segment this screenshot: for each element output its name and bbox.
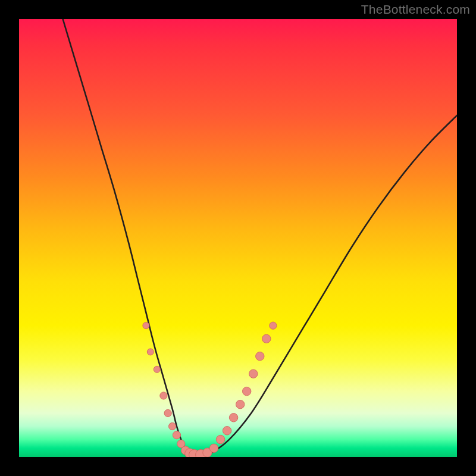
chart-stage: TheBottleneck.com (0, 0, 476, 476)
curve-marker (270, 322, 277, 329)
watermark-label: TheBottleneck.com (361, 2, 470, 17)
curve-marker (154, 366, 160, 372)
curve-marker (229, 414, 237, 422)
curve-marker (256, 352, 264, 361)
curve-markers (19, 19, 457, 457)
curve-marker (173, 431, 180, 439)
curve-marker (209, 444, 218, 452)
curve-marker (169, 422, 176, 430)
curve-marker (249, 369, 258, 378)
curve-marker (147, 349, 154, 355)
curve-marker (243, 387, 251, 395)
curve-marker (262, 334, 271, 343)
plot-area (19, 19, 457, 457)
curve-marker (160, 392, 167, 399)
curve-marker (236, 400, 245, 409)
curve-marker (223, 427, 231, 435)
curve-marker (164, 409, 171, 416)
curve-marker (216, 435, 224, 443)
curve-marker (143, 322, 149, 329)
